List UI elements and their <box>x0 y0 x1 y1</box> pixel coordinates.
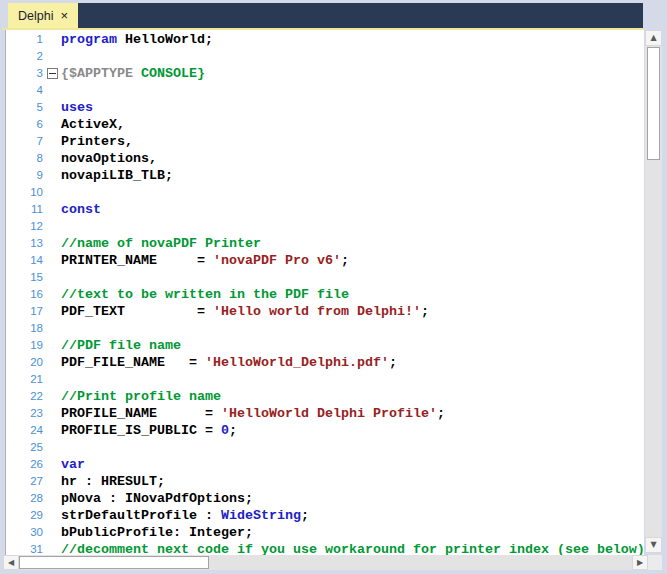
code-text: var <box>61 456 85 473</box>
line-number: 16 <box>6 286 43 303</box>
code-text: //PDF file name <box>61 337 181 354</box>
vertical-scroll-thumb[interactable] <box>647 47 660 160</box>
line-number: 30 <box>6 524 43 541</box>
horizontal-scrollbar[interactable]: ◀ ▶ <box>3 555 648 570</box>
line-number: 25 <box>6 439 43 456</box>
fold-column <box>43 320 61 337</box>
fold-column <box>43 337 61 354</box>
code-line: 2 <box>6 48 644 65</box>
line-number: 14 <box>6 252 43 269</box>
fold-column <box>43 388 61 405</box>
line-number: 6 <box>6 116 43 133</box>
line-number: 2 <box>6 48 43 65</box>
code-line: 21 <box>6 371 644 388</box>
code-line: 26var <box>6 456 644 473</box>
vertical-scrollbar[interactable]: ▲ ▼ <box>645 30 662 553</box>
tab-label: Delphi <box>18 9 53 23</box>
code-text: hr : HRESULT; <box>61 473 165 490</box>
code-line: 15 <box>6 269 644 286</box>
fold-collapse-icon[interactable] <box>43 65 61 82</box>
line-number: 5 <box>6 99 43 116</box>
fold-column <box>43 48 61 65</box>
code-text: //decomment next code if you use workaro… <box>61 541 644 555</box>
line-number: 7 <box>6 133 43 150</box>
scroll-right-button[interactable]: ▶ <box>632 555 648 570</box>
tab-close-icon[interactable]: × <box>60 9 68 22</box>
code-line: 10 <box>6 184 644 201</box>
code-line: 6ActiveX, <box>6 116 644 133</box>
editor-window: Delphi × 1program HelloWorld;23{$APPTYPE… <box>0 0 667 574</box>
code-text: //Print profile name <box>61 388 221 405</box>
line-number: 31 <box>6 541 43 555</box>
line-number: 13 <box>6 235 43 252</box>
line-number: 11 <box>6 201 43 218</box>
code-text: //name of novaPDF Printer <box>61 235 261 252</box>
line-number: 19 <box>6 337 43 354</box>
code-line: 9novapiLIB_TLB; <box>6 167 644 184</box>
code-line: 16//text to be written in the PDF file <box>6 286 644 303</box>
code-line: 11const <box>6 201 644 218</box>
code-line: 25 <box>6 439 644 456</box>
fold-column <box>43 269 61 286</box>
fold-column <box>43 405 61 422</box>
code-text: //text to be written in the PDF file <box>61 286 349 303</box>
line-number: 20 <box>6 354 43 371</box>
fold-column <box>43 354 61 371</box>
code-line: 7Printers, <box>6 133 644 150</box>
line-number: 17 <box>6 303 43 320</box>
code-text: uses <box>61 99 93 116</box>
tab-bar: Delphi × <box>8 3 643 28</box>
fold-minus-box[interactable] <box>47 68 58 79</box>
code-text: pNova : INovaPdfOptions; <box>61 490 253 507</box>
code-line: 19//PDF file name <box>6 337 644 354</box>
line-number: 15 <box>6 269 43 286</box>
line-number: 21 <box>6 371 43 388</box>
scroll-left-button[interactable]: ◀ <box>3 555 19 570</box>
fold-column <box>43 507 61 524</box>
scroll-up-button[interactable]: ▲ <box>645 30 662 46</box>
down-arrow-icon: ▼ <box>650 541 656 549</box>
line-number: 28 <box>6 490 43 507</box>
scroll-down-button[interactable]: ▼ <box>645 537 662 553</box>
fold-column <box>43 218 61 235</box>
line-number: 1 <box>6 31 43 48</box>
code-text: novaOptions, <box>61 150 157 167</box>
line-number: 23 <box>6 405 43 422</box>
tab-delphi[interactable]: Delphi × <box>8 3 78 28</box>
horizontal-scroll-thumb[interactable] <box>19 556 209 569</box>
line-number: 22 <box>6 388 43 405</box>
line-number: 26 <box>6 456 43 473</box>
fold-column <box>43 541 61 555</box>
code-text: Printers, <box>61 133 133 150</box>
fold-column <box>43 286 61 303</box>
scrollbar-corner <box>648 555 662 570</box>
up-arrow-icon: ▲ <box>650 34 656 42</box>
fold-column <box>43 167 61 184</box>
line-number: 10 <box>6 184 43 201</box>
code-text: PRINTER_NAME = 'novaPDF Pro v6'; <box>61 252 349 269</box>
code-line: 30bPublicProfile: Integer; <box>6 524 644 541</box>
code-text: PROFILE_NAME = 'HelloWorld Delphi Profil… <box>61 405 445 422</box>
line-number: 4 <box>6 82 43 99</box>
fold-column <box>43 524 61 541</box>
fold-column <box>43 133 61 150</box>
fold-column <box>43 31 61 48</box>
code-line: 27hr : HRESULT; <box>6 473 644 490</box>
line-number: 12 <box>6 218 43 235</box>
code-line: 22//Print profile name <box>6 388 644 405</box>
right-arrow-icon: ▶ <box>637 559 643 567</box>
line-number: 27 <box>6 473 43 490</box>
fold-column <box>43 473 61 490</box>
fold-column <box>43 439 61 456</box>
code-line: 3{$APPTYPE CONSOLE} <box>6 65 644 82</box>
fold-column <box>43 456 61 473</box>
code-editor[interactable]: 1program HelloWorld;23{$APPTYPE CONSOLE}… <box>5 30 644 555</box>
code-line: 24PROFILE_IS_PUBLIC = 0; <box>6 422 644 439</box>
code-text: novapiLIB_TLB; <box>61 167 173 184</box>
code-line: 5uses <box>6 99 644 116</box>
code-line: 13//name of novaPDF Printer <box>6 235 644 252</box>
fold-column <box>43 235 61 252</box>
code-text: ActiveX, <box>61 116 125 133</box>
line-number: 29 <box>6 507 43 524</box>
fold-column <box>43 116 61 133</box>
